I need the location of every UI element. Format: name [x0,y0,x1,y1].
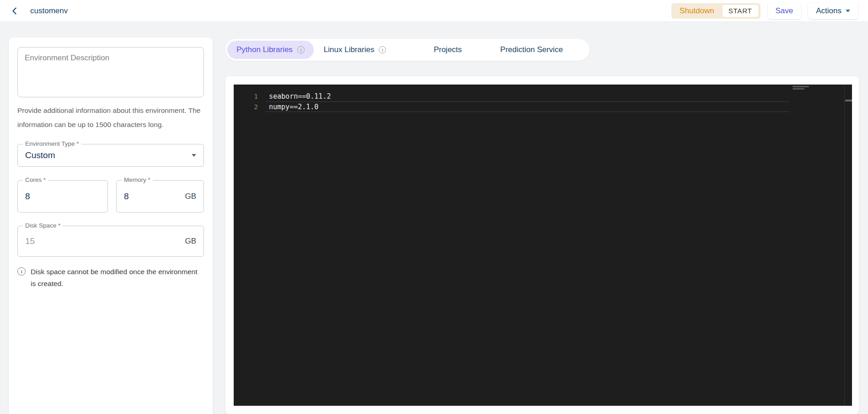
tab-python-libraries[interactable]: Python Libraries i [227,41,314,59]
disk-space-label: Disk Space * [23,222,63,229]
page-title: customenv [30,6,68,16]
tab-projects-label: Projects [434,45,461,54]
cores-field[interactable]: Cores * 8 [17,180,108,212]
disk-space-note: i Disk space cannot be modified once the… [17,266,204,290]
tab-linux-libraries[interactable]: Linux Libraries i [316,41,395,59]
libraries-editor-card: 1 seaborn==0.11.2 2 numpy==2.1.0 [225,76,859,414]
memory-label: Memory * [122,176,153,183]
cores-label: Cores * [23,176,48,183]
environment-type-value: Custom [25,150,55,160]
info-icon: i [17,267,26,276]
editor-scrollbar[interactable] [844,85,852,406]
memory-value: 8 [124,191,129,202]
line-code: numpy==2.1.0 [262,103,318,111]
line-code: seaborn==0.11.2 [262,92,331,101]
description-helper-text: Provide additional information about thi… [17,103,204,132]
code-line[interactable]: 1 seaborn==0.11.2 [234,91,790,101]
environment-type-label: Environment Type * [23,140,81,147]
disk-space-field: Disk Space * 15 GB [17,226,204,257]
info-icon[interactable]: i [297,46,305,53]
tab-linux-libraries-label: Linux Libraries [324,45,375,54]
actions-label: Actions [816,6,841,16]
line-number: 2 [234,103,262,111]
cores-memory-row: Cores * 8 Memory * 8 GB [17,180,204,212]
dropdown-caret-icon [192,154,196,157]
code-area[interactable]: 1 seaborn==0.11.2 2 numpy==2.1.0 [234,91,790,112]
disk-space-value: 15 [25,236,35,246]
run-state-toggle: Shutdown START [671,3,760,19]
shutdown-button[interactable]: Shutdown [671,6,723,16]
info-icon[interactable]: i [379,46,386,53]
chevron-down-icon [846,10,850,12]
tab-python-libraries-label: Python Libraries [236,45,293,54]
start-button[interactable]: START [723,5,758,17]
back-button[interactable] [6,3,23,19]
environment-description-input[interactable] [17,47,204,97]
environment-settings-panel: Provide additional information about thi… [9,37,213,414]
memory-unit-suffix: GB [185,192,196,201]
tab-prediction-service-label: Prediction Service [500,45,563,54]
minimap-line-mark [793,88,804,90]
minimap-line-mark [793,86,809,87]
tab-projects[interactable]: Projects [414,41,481,59]
line-number: 1 [234,93,262,100]
code-line[interactable]: 2 numpy==2.1.0 [234,101,790,112]
save-button[interactable]: Save [768,3,801,19]
actions-menu-button[interactable]: Actions [808,3,858,19]
disk-space-unit-suffix: GB [185,237,196,246]
memory-field[interactable]: Memory * 8 GB [116,180,204,212]
editor-minimap[interactable] [790,85,844,406]
requirements-code-editor[interactable]: 1 seaborn==0.11.2 2 numpy==2.1.0 [234,85,852,406]
topbar-actions: Shutdown START Save Actions [671,3,858,19]
environment-type-select[interactable]: Environment Type * Custom [17,144,204,167]
disk-space-note-text: Disk space cannot be modified once the e… [31,266,204,290]
cursor-position-marker [845,100,852,101]
tab-prediction-service[interactable]: Prediction Service [481,41,582,59]
cores-value: 8 [25,191,30,202]
top-bar: customenv Shutdown START Save Actions [0,0,868,22]
chevron-left-icon [10,6,20,16]
libraries-tab-bar: Python Libraries i Linux Libraries i Pro… [225,39,589,61]
